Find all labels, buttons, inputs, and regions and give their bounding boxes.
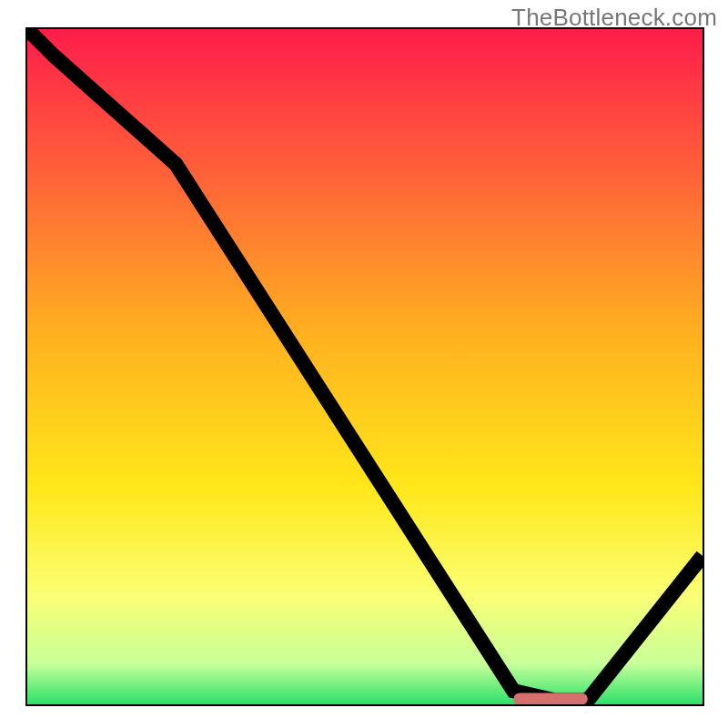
chart-svg — [27, 29, 703, 704]
optimum-marker — [513, 693, 588, 704]
chart-frame: TheBottleneck.com — [0, 0, 728, 728]
plot-area — [25, 27, 704, 706]
